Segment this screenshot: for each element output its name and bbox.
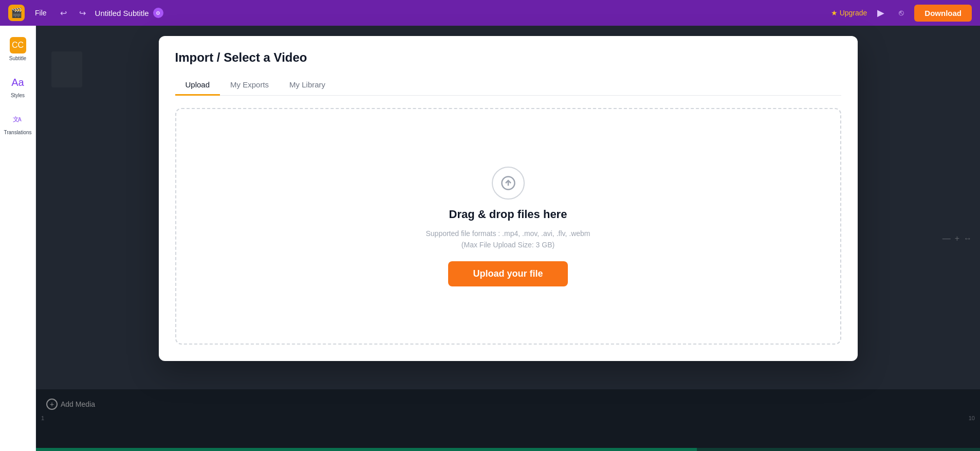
file-menu-button[interactable]: File	[31, 7, 51, 19]
tab-upload[interactable]: Upload	[175, 75, 220, 96]
undo-button[interactable]: ↩	[57, 6, 70, 20]
sidebar-item-styles-label: Styles	[11, 93, 25, 99]
upload-icon	[492, 167, 525, 200]
share-button[interactable]: ⎋	[895, 6, 908, 20]
preview-button[interactable]: ▶	[873, 5, 889, 21]
formats-text: Supported file formats : .mp4, .mov, .av…	[426, 229, 590, 238]
sidebar: CC Subtitle Aa Styles 文 A Translations	[0, 26, 36, 451]
app-body: CC Subtitle Aa Styles 文 A Translations	[0, 26, 980, 451]
app-logo: 🎬	[8, 5, 25, 21]
upload-file-button[interactable]: Upload your file	[448, 261, 567, 286]
main-area: 1 10 + Add Media — + ↔	[36, 26, 980, 451]
sidebar-item-translations-label: Translations	[4, 130, 31, 136]
import-modal: Import / Select a Video Upload My Export…	[159, 36, 858, 361]
sidebar-item-subtitle-label: Subtitle	[9, 56, 26, 62]
modal-header: Import / Select a Video Upload My Export…	[159, 36, 858, 96]
upgrade-button[interactable]: ★ Upgrade	[831, 9, 867, 17]
redo-button[interactable]: ↪	[76, 6, 89, 20]
subtitle-icon: CC	[10, 37, 26, 53]
modal-title: Import / Select a Video	[175, 50, 841, 65]
sidebar-item-translations[interactable]: 文 A Translations	[0, 106, 35, 141]
translations-icon: 文 A	[10, 111, 26, 128]
sidebar-item-subtitle[interactable]: CC Subtitle	[0, 32, 35, 67]
title-settings-icon[interactable]: ⚙	[153, 8, 163, 18]
tab-my-exports[interactable]: My Exports	[220, 75, 279, 96]
styles-icon: Aa	[10, 74, 26, 91]
download-button[interactable]: Download	[914, 5, 972, 22]
sidebar-item-styles[interactable]: Aa Styles	[0, 69, 35, 104]
tab-my-library[interactable]: My Library	[279, 75, 336, 96]
modal-tabs: Upload My Exports My Library	[175, 75, 841, 96]
drag-drop-text: Drag & drop files here	[449, 208, 567, 221]
document-title: Untitled Subtitle ⚙	[95, 8, 163, 18]
modal-backdrop: Import / Select a Video Upload My Export…	[36, 26, 980, 451]
upload-drop-zone[interactable]: Drag & drop files here Supported file fo…	[175, 108, 841, 345]
size-limit-text: (Max File Upload Size: 3 GB)	[461, 241, 554, 249]
topbar: 🎬 File ↩ ↪ Untitled Subtitle ⚙ ★ Upgrade…	[0, 0, 980, 26]
svg-text:A: A	[18, 117, 22, 122]
modal-body: Drag & drop files here Supported file fo…	[159, 96, 858, 361]
star-icon: ★	[831, 9, 838, 17]
